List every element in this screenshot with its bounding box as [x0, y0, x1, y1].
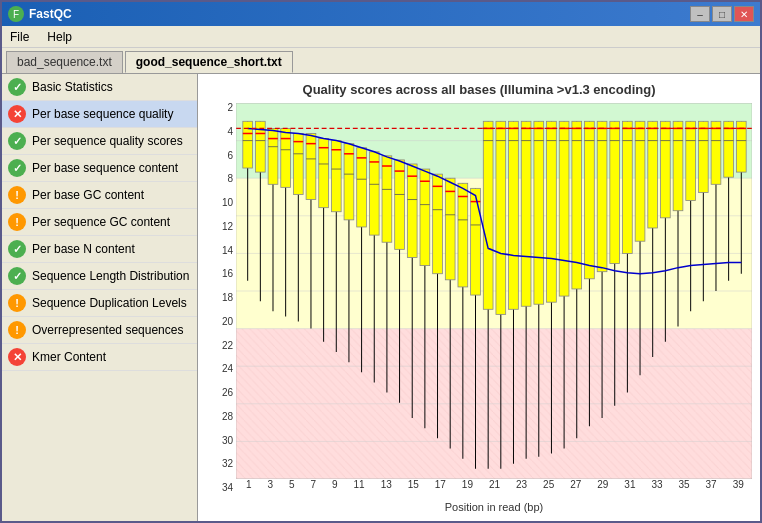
sidebar-label: Per base N content [32, 242, 135, 256]
chart-area: Quality scores across all bases (Illumin… [198, 74, 760, 521]
x-label: 17 [435, 479, 446, 490]
sidebar: ✓ Basic Statistics ✕ Per base sequence q… [2, 74, 198, 521]
svg-rect-157 [686, 121, 696, 200]
y-label: 22 [206, 341, 236, 351]
chart-inner: 1 3 5 7 9 11 13 15 17 19 21 23 25 27 [236, 103, 752, 513]
svg-rect-29 [281, 128, 291, 187]
x-label: 23 [516, 479, 527, 490]
svg-rect-49 [344, 144, 354, 220]
y-label: 30 [206, 436, 236, 446]
sidebar-label: Sequence Duplication Levels [32, 296, 187, 310]
svg-rect-53 [357, 148, 367, 227]
sidebar-label: Basic Statistics [32, 80, 113, 94]
content-area: ✓ Basic Statistics ✕ Per base sequence q… [2, 73, 760, 521]
svg-rect-89 [471, 188, 481, 295]
svg-rect-105 [521, 121, 531, 306]
x-label: 5 [289, 479, 295, 490]
status-ok-icon: ✓ [8, 78, 26, 96]
svg-rect-45 [331, 141, 341, 212]
y-label: 34 [206, 483, 236, 493]
svg-rect-101 [509, 121, 519, 309]
svg-rect-153 [673, 121, 683, 210]
svg-rect-61 [382, 156, 392, 242]
svg-rect-33 [293, 133, 303, 194]
y-label: 16 [206, 269, 236, 279]
y-axis: 34 32 30 28 26 24 22 20 18 16 14 12 10 8… [206, 103, 236, 513]
sidebar-label: Per base sequence quality [32, 107, 173, 121]
sidebar-item-seq-dup-levels[interactable]: ! Sequence Duplication Levels [2, 290, 197, 317]
tab-bad-sequence[interactable]: bad_sequence.txt [6, 51, 123, 73]
svg-rect-109 [534, 121, 544, 304]
sidebar-item-per-seq-gc-content[interactable]: ! Per sequence GC content [2, 209, 197, 236]
tabs-bar: bad_sequence.txt good_sequence_short.txt [2, 48, 760, 73]
x-label: 1 [246, 479, 252, 490]
title-buttons: – □ ✕ [690, 6, 754, 22]
sidebar-label: Per sequence quality scores [32, 134, 183, 148]
sidebar-item-seq-length-dist[interactable]: ✓ Sequence Length Distribution [2, 263, 197, 290]
status-ok-icon: ✓ [8, 240, 26, 258]
menu-bar: File Help [2, 26, 760, 48]
status-fail-icon: ✕ [8, 105, 26, 123]
x-label: 29 [597, 479, 608, 490]
x-label: 3 [267, 479, 273, 490]
svg-rect-69 [407, 164, 417, 257]
y-label: 6 [206, 151, 236, 161]
sidebar-item-per-seq-quality-scores[interactable]: ✓ Per sequence quality scores [2, 128, 197, 155]
help-menu[interactable]: Help [43, 29, 76, 45]
title-bar-left: F FastQC [8, 6, 72, 22]
svg-rect-133 [610, 121, 620, 263]
chart-plot [236, 103, 752, 479]
title-bar: F FastQC – □ ✕ [2, 2, 760, 26]
x-label: 11 [354, 479, 365, 490]
chart-container: 34 32 30 28 26 24 22 20 18 16 14 12 10 8… [206, 103, 752, 513]
svg-rect-93 [483, 121, 493, 309]
x-label: 13 [381, 479, 392, 490]
svg-rect-25 [268, 128, 278, 184]
close-button[interactable]: ✕ [734, 6, 754, 22]
x-label: 21 [489, 479, 500, 490]
x-label: 9 [332, 479, 338, 490]
y-label: 10 [206, 198, 236, 208]
x-label: 15 [408, 479, 419, 490]
minimize-button[interactable]: – [690, 6, 710, 22]
svg-rect-145 [648, 121, 658, 228]
svg-rect-97 [496, 121, 506, 314]
sidebar-item-per-base-seq-content[interactable]: ✓ Per base sequence content [2, 155, 197, 182]
sidebar-item-kmer-content[interactable]: ✕ Kmer Content [2, 344, 197, 371]
y-label: 32 [206, 459, 236, 469]
file-menu[interactable]: File [6, 29, 33, 45]
svg-rect-73 [420, 169, 430, 266]
sidebar-item-per-base-seq-quality[interactable]: ✕ Per base sequence quality [2, 101, 197, 128]
sidebar-item-basic-stats[interactable]: ✓ Basic Statistics [2, 74, 197, 101]
x-label: 33 [651, 479, 662, 490]
chart-title: Quality scores across all bases (Illumin… [206, 82, 752, 97]
x-label: 25 [543, 479, 554, 490]
status-ok-icon: ✓ [8, 159, 26, 177]
sidebar-label: Per base sequence content [32, 161, 178, 175]
app-icon: F [8, 6, 24, 22]
sidebar-label: Per base GC content [32, 188, 144, 202]
y-label: 20 [206, 317, 236, 327]
y-label: 18 [206, 293, 236, 303]
tab-good-sequence[interactable]: good_sequence_short.txt [125, 51, 293, 73]
sidebar-item-overrep-seqs[interactable]: ! Overrepresented sequences [2, 317, 197, 344]
svg-rect-113 [547, 121, 557, 302]
svg-rect-77 [433, 174, 443, 274]
y-label: 24 [206, 364, 236, 374]
sidebar-item-per-base-n-content[interactable]: ✓ Per base N content [2, 236, 197, 263]
y-label: 8 [206, 174, 236, 184]
status-ok-icon: ✓ [8, 267, 26, 285]
x-label: 35 [678, 479, 689, 490]
x-label: 7 [311, 479, 317, 490]
y-label: 4 [206, 127, 236, 137]
svg-rect-125 [585, 121, 595, 279]
x-label: 39 [733, 479, 744, 490]
maximize-button[interactable]: □ [712, 6, 732, 22]
svg-rect-141 [635, 121, 645, 241]
sidebar-item-per-base-gc-content[interactable]: ! Per base GC content [2, 182, 197, 209]
x-label: 37 [706, 479, 717, 490]
svg-rect-41 [319, 139, 329, 208]
svg-rect-57 [369, 152, 379, 235]
svg-rect-117 [559, 121, 569, 296]
x-label: 27 [570, 479, 581, 490]
